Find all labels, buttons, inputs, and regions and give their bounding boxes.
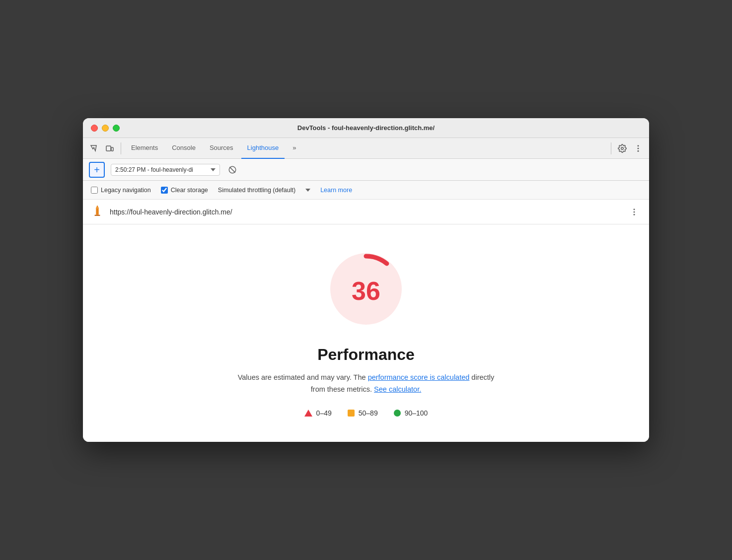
title-bar: DevTools - foul-heavenly-direction.glitc… bbox=[83, 118, 649, 138]
throttling-label: Simulated throttling (default) bbox=[218, 187, 295, 194]
legacy-navigation-checkbox[interactable]: Legacy navigation bbox=[91, 187, 151, 194]
inspect-element-icon[interactable] bbox=[87, 141, 101, 155]
traffic-lights bbox=[91, 125, 120, 132]
legend-orange-range: 50–89 bbox=[359, 409, 378, 417]
clear-storage-label: Clear storage bbox=[171, 187, 208, 194]
learn-more-link[interactable]: Learn more bbox=[320, 187, 352, 194]
score-gauge: 36 bbox=[321, 244, 411, 334]
options-bar: Legacy navigation Clear storage Simulate… bbox=[83, 181, 649, 200]
more-options-icon[interactable] bbox=[631, 141, 645, 155]
toolbar-separator-1 bbox=[121, 142, 121, 154]
svg-rect-11 bbox=[96, 207, 98, 208]
device-toolbar-icon[interactable] bbox=[103, 141, 117, 155]
site-url: https://foul-heavenly-direction.glitch.m… bbox=[110, 208, 621, 216]
legend-green-range: 90–100 bbox=[405, 409, 428, 417]
new-report-button[interactable]: + bbox=[89, 162, 105, 178]
devtools-toolbar: Elements Console Sources Lighthouse » bbox=[83, 138, 649, 159]
svg-point-12 bbox=[634, 209, 635, 210]
legend-red-range: 0–49 bbox=[316, 409, 332, 417]
more-vert-icon bbox=[630, 208, 639, 216]
svg-rect-10 bbox=[95, 214, 100, 215]
url-more-button[interactable] bbox=[627, 205, 641, 219]
close-button[interactable] bbox=[91, 125, 98, 132]
tab-sources[interactable]: Sources bbox=[204, 138, 239, 159]
perf-score-link[interactable]: performance score is calculated bbox=[368, 373, 470, 381]
svg-point-13 bbox=[634, 211, 635, 212]
dropdown-chevron-icon bbox=[211, 168, 216, 171]
settings-icon[interactable] bbox=[615, 141, 629, 155]
desc-intro: Values are estimated and may vary. The bbox=[238, 373, 368, 381]
lighthouse-site-icon bbox=[91, 204, 104, 220]
legend-red-icon bbox=[304, 410, 312, 417]
svg-point-5 bbox=[638, 150, 639, 152]
performance-description: Values are estimated and may vary. The p… bbox=[232, 372, 500, 395]
svg-rect-0 bbox=[106, 146, 111, 151]
legacy-navigation-input[interactable] bbox=[91, 187, 98, 194]
tab-console[interactable]: Console bbox=[166, 138, 202, 159]
throttling-select[interactable]: Simulated throttling (default) bbox=[218, 187, 295, 194]
score-legend: 0–49 50–89 90–100 bbox=[304, 409, 428, 417]
svg-line-7 bbox=[229, 167, 235, 172]
maximize-button[interactable] bbox=[113, 125, 120, 132]
tab-elements[interactable]: Elements bbox=[125, 138, 164, 159]
svg-point-3 bbox=[638, 145, 639, 146]
window-title: DevTools - foul-heavenly-direction.glitc… bbox=[297, 124, 435, 132]
legend-item-red: 0–49 bbox=[304, 409, 332, 417]
gauge-svg: 36 bbox=[321, 244, 411, 334]
toolbar-right bbox=[615, 141, 645, 155]
svg-point-2 bbox=[621, 147, 624, 150]
clear-report-button[interactable] bbox=[226, 163, 239, 176]
clear-storage-checkbox[interactable]: Clear storage bbox=[161, 187, 208, 194]
minimize-button[interactable] bbox=[102, 125, 109, 132]
toolbar-separator-2 bbox=[611, 142, 611, 154]
throttling-chevron-icon bbox=[305, 189, 310, 192]
lh-toolbar: + 2:50:27 PM - foul-heavenly-di bbox=[83, 159, 649, 181]
gauge-score-text: 36 bbox=[352, 277, 380, 305]
block-icon bbox=[228, 165, 237, 174]
svg-point-4 bbox=[638, 147, 639, 149]
calculator-link[interactable]: See calculator. bbox=[374, 385, 421, 393]
tab-lighthouse[interactable]: Lighthouse bbox=[241, 138, 285, 159]
legend-green-icon bbox=[394, 410, 401, 417]
legend-item-orange: 50–89 bbox=[348, 409, 378, 417]
clear-storage-input[interactable] bbox=[161, 187, 168, 194]
legend-orange-icon bbox=[348, 410, 355, 417]
performance-title: Performance bbox=[317, 346, 415, 364]
tab-more[interactable]: » bbox=[287, 138, 302, 159]
svg-rect-1 bbox=[111, 147, 113, 151]
legacy-navigation-label: Legacy navigation bbox=[101, 187, 151, 194]
svg-rect-9 bbox=[96, 208, 98, 214]
devtools-window: DevTools - foul-heavenly-direction.glitc… bbox=[83, 118, 649, 441]
main-content: 36 Performance Values are estimated and … bbox=[83, 224, 649, 441]
legend-item-green: 90–100 bbox=[394, 409, 428, 417]
url-dropdown[interactable]: 2:50:27 PM - foul-heavenly-di bbox=[111, 164, 220, 176]
svg-point-14 bbox=[634, 214, 635, 215]
url-dropdown-value: 2:50:27 PM - foul-heavenly-di bbox=[115, 166, 208, 173]
url-bar: https://foul-heavenly-direction.glitch.m… bbox=[83, 200, 649, 224]
